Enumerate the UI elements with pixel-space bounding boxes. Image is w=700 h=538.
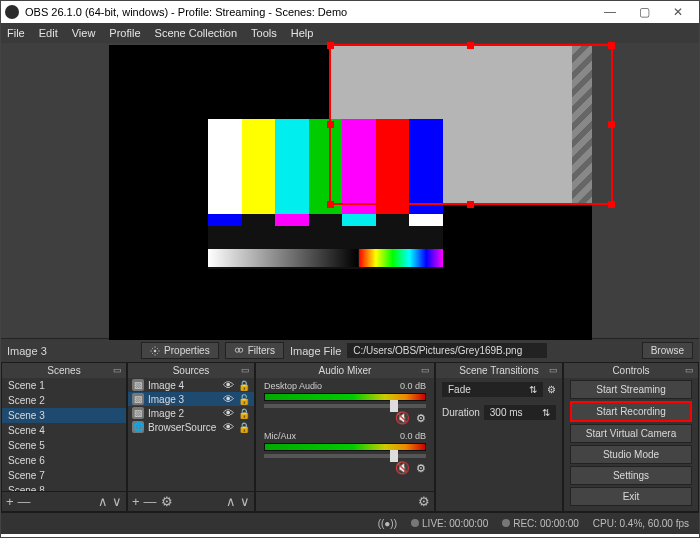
resize-handle[interactable]: [608, 201, 615, 208]
live-dot-icon: [411, 519, 419, 527]
title-bar: OBS 26.1.0 (64-bit, windows) - Profile: …: [1, 1, 699, 23]
audio-mixer-panel: Audio Mixer▭ Desktop Audio0.0 dB🔇⚙Mic/Au…: [255, 362, 435, 512]
source-item[interactable]: ▧Image 2👁🔒: [128, 406, 254, 420]
source-props-button[interactable]: ⚙: [161, 494, 173, 509]
dock-icon[interactable]: ▭: [241, 365, 250, 375]
image-file-label: Image File: [290, 345, 341, 357]
scene-item[interactable]: Scene 1: [2, 378, 126, 393]
browse-button[interactable]: Browse: [642, 342, 693, 359]
resize-handle[interactable]: [327, 42, 334, 49]
controls-title: Controls: [612, 365, 649, 376]
source-item[interactable]: ▧Image 4👁🔒: [128, 378, 254, 392]
dock-icon[interactable]: ▭: [549, 365, 558, 375]
scene-item[interactable]: Scene 7: [2, 468, 126, 483]
maximize-button[interactable]: ▢: [627, 5, 661, 19]
selected-source-label: Image 3: [7, 345, 47, 357]
lock-icon[interactable]: 🔒: [238, 422, 250, 433]
remove-source-button[interactable]: —: [144, 494, 157, 509]
transition-select[interactable]: Fade⇅: [442, 382, 543, 397]
dock-icon[interactable]: ▭: [421, 365, 430, 375]
remove-scene-button[interactable]: —: [18, 494, 31, 509]
filters-button[interactable]: Filters: [225, 342, 284, 359]
lock-icon[interactable]: 🔒: [238, 408, 250, 419]
dock-icon[interactable]: ▭: [685, 365, 694, 375]
mute-icon[interactable]: 🔇: [395, 461, 410, 475]
scenes-title: Scenes: [47, 365, 80, 376]
scene-item[interactable]: Scene 3: [2, 408, 126, 423]
source-down-button[interactable]: ∨: [240, 494, 250, 509]
resize-handle[interactable]: [608, 42, 615, 49]
lock-icon[interactable]: 🔓: [238, 394, 250, 405]
menu-file[interactable]: File: [7, 27, 25, 39]
scenes-panel: Scenes▭ Scene 1Scene 2Scene 3Scene 4Scen…: [1, 362, 127, 512]
scene-item[interactable]: Scene 8: [2, 483, 126, 491]
dock-icon[interactable]: ▭: [113, 365, 122, 375]
preview-area[interactable]: [1, 43, 699, 338]
transition-gear-icon[interactable]: ⚙: [547, 384, 556, 395]
image-file-path[interactable]: C:/Users/OBS/Pictures/Grey169B.png: [347, 343, 547, 358]
source-item[interactable]: 🌐BrowserSource👁🔒: [128, 420, 254, 434]
control-button-studio-mode[interactable]: Studio Mode: [570, 445, 692, 464]
menu-edit[interactable]: Edit: [39, 27, 58, 39]
scene-up-button[interactable]: ∧: [98, 494, 108, 509]
add-scene-button[interactable]: +: [6, 494, 14, 509]
resize-handle[interactable]: [608, 121, 615, 128]
selection-box[interactable]: [329, 44, 613, 205]
channel-db: 0.0 dB: [400, 431, 426, 441]
image-icon: ▧: [132, 407, 144, 419]
control-button-start-virtual-camera[interactable]: Start Virtual Camera: [570, 424, 692, 443]
volume-slider[interactable]: [264, 454, 426, 458]
source-up-button[interactable]: ∧: [226, 494, 236, 509]
resize-handle[interactable]: [467, 201, 474, 208]
cpu-status: CPU: 0.4%, 60.00 fps: [593, 518, 689, 529]
properties-button[interactable]: Properties: [141, 342, 219, 359]
control-button-start-recording[interactable]: Start Recording: [570, 401, 692, 422]
connection-icon: ((●)): [378, 518, 397, 529]
mute-icon[interactable]: 🔇: [395, 411, 410, 425]
scene-down-button[interactable]: ∨: [112, 494, 122, 509]
live-status: LIVE: 00:00:00: [422, 518, 488, 529]
globe-icon: 🌐: [132, 421, 144, 433]
scene-item[interactable]: Scene 5: [2, 438, 126, 453]
close-button[interactable]: ✕: [661, 5, 695, 19]
channel-name: Desktop Audio: [264, 381, 322, 391]
control-button-start-streaming[interactable]: Start Streaming: [570, 380, 692, 399]
control-button-settings[interactable]: Settings: [570, 466, 692, 485]
resize-handle[interactable]: [467, 42, 474, 49]
source-gradient: [208, 249, 358, 267]
menu-scene-collection[interactable]: Scene Collection: [155, 27, 238, 39]
source-item[interactable]: ▧Image 3👁🔓: [128, 392, 254, 406]
transitions-panel: Scene Transitions▭ Fade⇅ ⚙ Duration 300 …: [435, 362, 563, 512]
resize-handle[interactable]: [327, 201, 334, 208]
rec-dot-icon: [502, 519, 510, 527]
scene-item[interactable]: Scene 4: [2, 423, 126, 438]
transitions-title: Scene Transitions: [459, 365, 539, 376]
menu-profile[interactable]: Profile: [109, 27, 140, 39]
scene-item[interactable]: Scene 6: [2, 453, 126, 468]
menu-view[interactable]: View: [72, 27, 96, 39]
channel-db: 0.0 dB: [400, 381, 426, 391]
preview-canvas[interactable]: [109, 45, 592, 340]
visibility-icon[interactable]: 👁: [222, 421, 234, 433]
add-source-button[interactable]: +: [132, 494, 140, 509]
channel-gear-icon[interactable]: ⚙: [416, 462, 426, 475]
mixer-gear-icon[interactable]: ⚙: [418, 494, 430, 509]
resize-handle[interactable]: [327, 121, 334, 128]
duration-input[interactable]: 300 ms⇅: [484, 405, 556, 420]
mixer-channel: Desktop Audio0.0 dB🔇⚙: [256, 378, 434, 428]
window-title: OBS 26.1.0 (64-bit, windows) - Profile: …: [25, 6, 593, 18]
visibility-icon[interactable]: 👁: [222, 379, 234, 391]
channel-gear-icon[interactable]: ⚙: [416, 412, 426, 425]
menu-help[interactable]: Help: [291, 27, 314, 39]
control-button-exit[interactable]: Exit: [570, 487, 692, 506]
volume-slider[interactable]: [264, 404, 426, 408]
visibility-icon[interactable]: 👁: [222, 393, 234, 405]
svg-point-0: [154, 349, 157, 352]
lock-icon[interactable]: 🔒: [238, 380, 250, 391]
controls-panel: Controls▭ Start StreamingStart Recording…: [563, 362, 699, 512]
scene-item[interactable]: Scene 2: [2, 393, 126, 408]
minimize-button[interactable]: —: [593, 5, 627, 19]
visibility-icon[interactable]: 👁: [222, 407, 234, 419]
chevron-up-down-icon: ⇅: [542, 407, 550, 418]
menu-tools[interactable]: Tools: [251, 27, 277, 39]
